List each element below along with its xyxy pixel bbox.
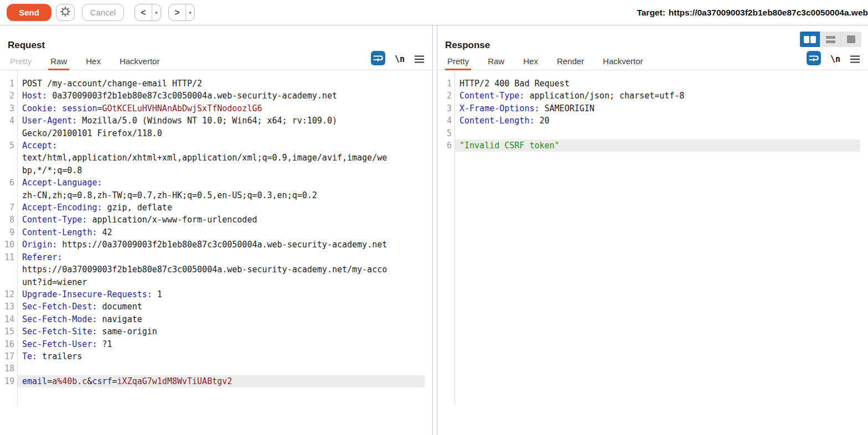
newline-characters-icon[interactable]: \n [830, 54, 840, 64]
code-line[interactable]: 8Content-Type: application/x-www-form-ur… [0, 214, 432, 226]
target-url: https://0a37009003f2b1eb80e87c3c0050004a… [669, 8, 868, 18]
line-content: zh-CN,zh;q=0.8,zh-TW;q=0.7,zh-HK;q=0.5,e… [18, 189, 425, 201]
line-number: 4 [437, 115, 452, 127]
history-back-button[interactable]: < [135, 4, 152, 20]
code-line[interactable]: 15Sec-Fetch-Site: same-origin [0, 325, 432, 338]
tab-raw[interactable]: Raw [50, 56, 67, 70]
line-content: unt?id=wiener [18, 276, 425, 288]
line-number: 19 [0, 375, 14, 387]
layout-rows-button[interactable] [820, 32, 841, 47]
line-number: 18 [0, 362, 14, 375]
tab-hex[interactable]: Hex [523, 56, 538, 70]
hamburger-menu-icon[interactable] [850, 55, 860, 64]
code-line[interactable]: 6Accept-Language: [0, 177, 432, 189]
line-number: 2 [437, 90, 452, 102]
word-wrap-icon[interactable] [807, 51, 821, 68]
tab-pretty[interactable]: Pretty [10, 56, 32, 70]
line-number [0, 127, 14, 139]
code-line[interactable]: 1HTTP/2 400 Bad Request [437, 77, 868, 90]
code-line[interactable]: 1POST /my-account/change-email HTTP/2 [0, 77, 432, 90]
code-line[interactable]: unt?id=wiener [0, 276, 432, 288]
response-viewer[interactable]: 1HTTP/2 400 Bad Request2Content-Type: ap… [437, 70, 868, 405]
code-line[interactable]: 3Cookie: session=GOtKCELuHVHNAnAbDwjSxTf… [0, 102, 432, 115]
tab-hackvertor[interactable]: Hackvertor [603, 56, 643, 70]
word-wrap-icon[interactable] [371, 51, 385, 68]
code-line[interactable]: 14Sec-Fetch-Mode: navigate [0, 313, 432, 325]
code-line[interactable]: 5 [437, 127, 868, 139]
code-line[interactable]: 6"Invalid CSRF token" [437, 139, 868, 152]
line-number: 5 [0, 139, 14, 152]
settings-button[interactable] [56, 4, 75, 21]
history-forward-dropdown[interactable]: ▾ [186, 4, 194, 20]
code-line[interactable]: 4Content-Length: 20 [437, 115, 868, 127]
line-content: Gecko/20100101 Firefox/118.0 [18, 127, 425, 139]
line-number: 1 [0, 77, 14, 90]
code-line[interactable]: 11Referer: [0, 251, 432, 263]
line-content: POST /my-account/change-email HTTP/2 [18, 77, 425, 90]
layout-columns-button[interactable] [800, 32, 820, 47]
code-line[interactable]: 19email=a%40b.c&csrf=iXZqaG7w1dM8WvTiUAB… [0, 375, 432, 387]
tab-hex[interactable]: Hex [86, 56, 101, 70]
code-line[interactable]: 3X-Frame-Options: SAMEORIGIN [437, 102, 868, 115]
code-line[interactable]: 17Te: trailers [0, 350, 432, 362]
line-number: 5 [437, 127, 452, 139]
code-line[interactable]: bp,*/*;q=0.8 [0, 164, 432, 177]
single-layout-icon [847, 35, 855, 43]
panel-splitter[interactable] [432, 25, 437, 435]
line-number: 4 [0, 115, 14, 127]
line-content: Content-Type: application/x-www-form-url… [18, 214, 425, 226]
request-tabs: PrettyRawHexHackvertor [10, 56, 159, 70]
line-number: 3 [437, 102, 452, 115]
line-number [0, 263, 14, 276]
history-back-dropdown[interactable]: ▾ [152, 4, 161, 20]
line-number: 1 [437, 77, 452, 90]
request-panel: Request PrettyRawHexHackvertor \n [0, 25, 432, 435]
line-content: Content-Length: 42 [18, 226, 425, 239]
code-line[interactable]: 16Sec-Fetch-User: ?1 [0, 338, 432, 350]
line-number: 12 [0, 288, 14, 301]
code-line[interactable]: zh-CN,zh;q=0.8,zh-TW;q=0.7,zh-HK;q=0.5,e… [0, 189, 432, 201]
code-line[interactable]: text/html,application/xhtml+xml,applicat… [0, 152, 432, 164]
line-content: Content-Length: 20 [455, 115, 860, 127]
code-line[interactable]: 9Content-Length: 42 [0, 226, 432, 239]
line-content [18, 362, 425, 375]
line-content: Upgrade-Insecure-Requests: 1 [18, 288, 425, 301]
newline-characters-icon[interactable]: \n [395, 54, 405, 64]
target-bar: Target: https://0a37009003f2b1eb80e87c3c… [637, 0, 868, 25]
line-number: 15 [0, 325, 14, 338]
line-content: text/html,application/xhtml+xml,applicat… [18, 152, 425, 164]
code-line[interactable]: Gecko/20100101 Firefox/118.0 [0, 127, 432, 139]
code-line[interactable]: 18 [0, 362, 432, 375]
line-number: 11 [0, 251, 14, 263]
code-line[interactable]: 13Sec-Fetch-Dest: document [0, 301, 432, 313]
hamburger-menu-icon[interactable] [414, 55, 424, 64]
line-number: 14 [0, 313, 14, 325]
line-content: Sec-Fetch-Site: same-origin [18, 325, 425, 338]
code-line[interactable]: 4User-Agent: Mozilla/5.0 (Windows NT 10.… [0, 115, 432, 127]
send-button[interactable]: Send [7, 4, 51, 21]
line-content: Host: 0a37009003f2b1eb80e87c3c0050004a.w… [18, 90, 425, 102]
code-line[interactable]: 2Content-Type: application/json; charset… [437, 90, 868, 102]
code-line[interactable]: 12Upgrade-Insecure-Requests: 1 [0, 288, 432, 301]
tab-render[interactable]: Render [557, 56, 584, 70]
line-number [0, 276, 14, 288]
layout-single-button[interactable] [841, 32, 861, 47]
history-forward-button[interactable]: > [169, 4, 185, 20]
line-content [455, 127, 860, 139]
tab-raw[interactable]: Raw [488, 56, 504, 70]
line-number [0, 189, 14, 201]
tab-pretty[interactable]: Pretty [447, 56, 469, 70]
code-line[interactable]: 2Host: 0a37009003f2b1eb80e87c3c0050004a.… [0, 90, 432, 102]
code-line[interactable]: 5Accept: [0, 139, 432, 152]
cancel-button[interactable]: Cancel [82, 4, 124, 21]
line-content: Content-Type: application/json; charset=… [455, 90, 860, 102]
line-content: Accept: [18, 139, 425, 152]
line-content: Sec-Fetch-User: ?1 [18, 338, 425, 350]
response-panel: Response PrettyRawHexRenderHackvertor [437, 25, 868, 435]
request-editor[interactable]: 1POST /my-account/change-email HTTP/22Ho… [0, 70, 432, 405]
target-label: Target: [637, 8, 665, 18]
code-line[interactable]: 10Origin: https://0a37009003f2b1eb80e87c… [0, 239, 432, 251]
code-line[interactable]: 7Accept-Encoding: gzip, deflate [0, 201, 432, 214]
code-line[interactable]: https://0a37009003f2b1eb80e87c3c0050004a… [0, 263, 432, 276]
tab-hackvertor[interactable]: Hackvertor [120, 56, 160, 70]
